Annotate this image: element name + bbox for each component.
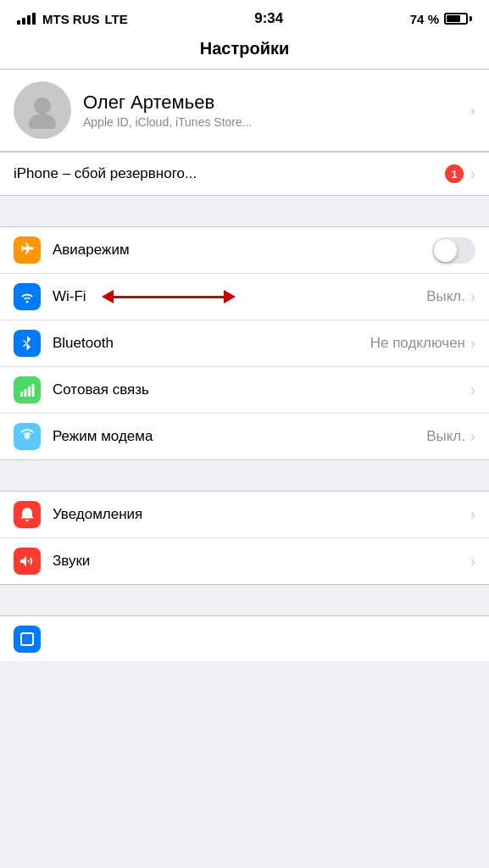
- section-gap-2: [0, 460, 489, 491]
- backup-badge: 1: [445, 164, 464, 183]
- avatar: [14, 81, 71, 139]
- status-right: 74 %: [410, 12, 472, 26]
- modem-value: Выкл.: [426, 428, 465, 445]
- svg-rect-2: [20, 392, 23, 397]
- modem-icon: [19, 428, 36, 445]
- modem-icon-wrap: [14, 423, 41, 450]
- avatar-icon: [24, 92, 61, 129]
- sounds-row[interactable]: Звуки ›: [0, 538, 489, 584]
- wifi-row[interactable]: Wi-Fi Выкл. ›: [0, 274, 489, 320]
- wifi-icon-wrap: [14, 283, 41, 310]
- cellular-icon-wrap: [14, 376, 41, 403]
- status-left: MTS RUS LTE: [17, 12, 128, 26]
- cellular-icon: [19, 381, 36, 398]
- modem-chevron: ›: [470, 428, 475, 446]
- extra-icon: [19, 631, 36, 648]
- bluetooth-value: Не подключен: [370, 335, 465, 352]
- svg-rect-3: [25, 389, 27, 397]
- bluetooth-icon-wrap: [14, 330, 41, 357]
- svg-point-0: [34, 97, 51, 114]
- battery-icon: [444, 13, 472, 25]
- wifi-value: Выкл.: [426, 288, 465, 305]
- profile-sub: Apple ID, iCloud, iTunes Store...: [83, 115, 470, 129]
- extra-icon-wrap: [14, 626, 41, 653]
- airplane-toggle-knob: [434, 239, 457, 262]
- bluetooth-icon: [19, 335, 36, 352]
- notifications-label: Уведомления: [53, 506, 470, 523]
- wifi-icon: [19, 288, 36, 305]
- sounds-label: Звуки: [53, 553, 470, 570]
- airplane-icon-wrap: [14, 236, 41, 264]
- sounds-icon-wrap: [14, 548, 41, 575]
- signal-bars: [17, 13, 36, 25]
- svg-rect-7: [21, 633, 33, 645]
- profile-info: Олег Артемьев Apple ID, iCloud, iTunes S…: [83, 92, 470, 129]
- notifications-icon-wrap: [14, 501, 41, 528]
- network-label: LTE: [105, 12, 128, 26]
- carrier-label: MTS RUS: [42, 12, 100, 26]
- sounds-icon: [19, 553, 36, 570]
- cellular-row[interactable]: Сотовая связь ›: [0, 367, 489, 414]
- airplane-label: Авиарежим: [53, 242, 432, 259]
- arrow-head-right: [224, 290, 236, 303]
- bluetooth-row[interactable]: Bluetooth Не подключен ›: [0, 320, 489, 367]
- time-label: 9:34: [254, 10, 283, 27]
- bluetooth-chevron: ›: [470, 335, 475, 353]
- cellular-label: Сотовая связь: [53, 381, 470, 398]
- wifi-arrow-annotation: [102, 290, 236, 303]
- airplane-mode-row[interactable]: Авиарежим: [0, 227, 489, 274]
- backup-row[interactable]: iPhone – сбой резервного... 1 ›: [0, 152, 489, 196]
- notifications-chevron: ›: [470, 506, 475, 524]
- extra-row-hint[interactable]: [0, 615, 489, 661]
- backup-chevron: ›: [470, 165, 475, 183]
- bluetooth-label: Bluetooth: [53, 335, 370, 352]
- backup-text: iPhone – сбой резервного...: [14, 165, 445, 182]
- profile-chevron: ›: [470, 102, 475, 120]
- modem-row[interactable]: Режим модема Выкл. ›: [0, 414, 489, 459]
- status-bar: MTS RUS LTE 9:34 74 %: [0, 0, 489, 34]
- section-gap-1: [0, 196, 489, 226]
- notifications-icon: [19, 506, 36, 523]
- notifications-row[interactable]: Уведомления ›: [0, 492, 489, 538]
- arrow-head-left: [102, 290, 114, 303]
- airplane-icon: [19, 242, 36, 259]
- svg-point-6: [25, 434, 30, 439]
- wifi-chevron: ›: [470, 288, 475, 306]
- page-title: Настройки: [0, 34, 489, 70]
- svg-rect-4: [28, 387, 31, 397]
- cellular-chevron: ›: [470, 381, 475, 399]
- svg-point-1: [29, 114, 56, 129]
- arrow-line: [114, 296, 224, 298]
- battery-percent: 74 %: [410, 12, 439, 26]
- airplane-toggle[interactable]: [432, 237, 475, 264]
- profile-row[interactable]: Олег Артемьев Apple ID, iCloud, iTunes S…: [0, 70, 489, 152]
- notifications-settings-group: Уведомления › Звуки ›: [0, 491, 489, 585]
- sounds-chevron: ›: [470, 553, 475, 570]
- modem-label: Режим модема: [53, 428, 426, 445]
- profile-name: Олег Артемьев: [83, 92, 470, 114]
- network-settings-group: Авиарежим Wi-Fi Выкл. › Bluetooth Не под…: [0, 226, 489, 460]
- svg-rect-5: [32, 384, 35, 397]
